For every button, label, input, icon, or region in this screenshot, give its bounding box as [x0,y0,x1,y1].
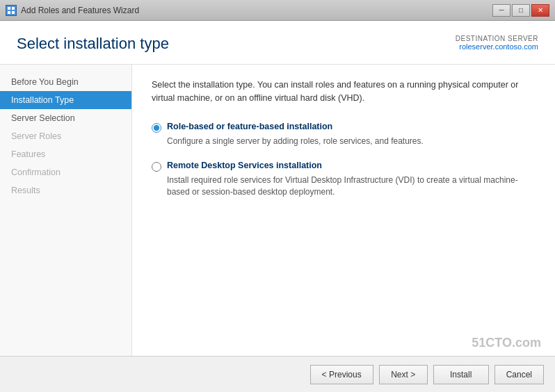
minimize-button[interactable]: ─ [492,4,510,17]
radio-label-role-based[interactable]: Role-based or feature-based installation [152,122,536,133]
wizard-container: Select installation type DESTINATION SER… [0,21,555,392]
install-button[interactable]: Install [433,365,489,384]
radio-option-remote-desktop: Remote Desktop Services installation Ins… [152,161,536,198]
title-bar-left: Add Roles and Features Wizard [6,5,139,16]
title-bar: Add Roles and Features Wizard ─ □ ✕ [0,0,555,21]
sidebar-item-before-you-begin[interactable]: Before You Begin [0,73,131,91]
radio-label-remote-desktop[interactable]: Remote Desktop Services installation [152,161,536,172]
radio-input-remote-desktop[interactable] [152,162,161,172]
wizard-header: Select installation type DESTINATION SER… [0,21,555,65]
svg-rect-0 [8,7,10,10]
sidebar-item-features: Features [0,145,131,163]
destination-name: roleserver.contoso.com [456,42,538,51]
radio-desc-role-based: Configure a single server by adding role… [167,136,536,147]
destination-label: DESTINATION SERVER [456,35,538,42]
wizard-body: Before You Begin Installation Type Serve… [0,65,555,356]
content-description: Select the installation type. You can in… [152,79,536,105]
radio-title-role-based: Role-based or feature-based installation [167,122,332,131]
close-button[interactable]: ✕ [531,4,549,17]
radio-desc-remote-desktop: Install required role services for Virtu… [167,174,536,198]
radio-title-remote-desktop: Remote Desktop Services installation [167,161,322,170]
title-bar-buttons: ─ □ ✕ [492,4,549,17]
page-title: Select installation type [17,35,169,53]
sidebar-item-server-roles: Server Roles [0,127,131,145]
radio-option-role-based: Role-based or feature-based installation… [152,122,536,147]
sidebar-item-confirmation: Confirmation [0,163,131,181]
radio-input-role-based[interactable] [152,123,161,133]
svg-rect-1 [12,7,15,10]
previous-button[interactable]: < Previous [310,365,373,384]
svg-rect-3 [12,11,15,14]
sidebar-item-results: Results [0,181,131,199]
maximize-button[interactable]: □ [512,4,530,17]
destination-server-info: DESTINATION SERVER roleserver.contoso.co… [456,35,538,51]
sidebar-item-server-selection[interactable]: Server Selection [0,109,131,127]
svg-rect-2 [8,11,10,14]
sidebar-item-installation-type[interactable]: Installation Type [0,91,131,109]
wizard-footer: < Previous Next > Install Cancel [0,356,555,392]
window-title: Add Roles and Features Wizard [21,6,139,15]
sidebar: Before You Begin Installation Type Serve… [0,65,132,356]
next-button[interactable]: Next > [379,365,428,384]
content-area: Select the installation type. You can in… [132,65,555,356]
app-icon [6,5,17,16]
cancel-button[interactable]: Cancel [494,365,544,384]
